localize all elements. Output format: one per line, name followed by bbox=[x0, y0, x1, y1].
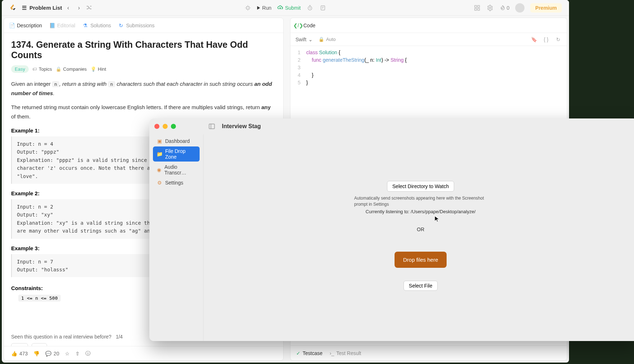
thumbs-up-icon: 👍 bbox=[11, 351, 17, 356]
drop-files-button[interactable]: Drop files here bbox=[395, 252, 447, 268]
bulb-icon: 💡 bbox=[90, 66, 96, 72]
gear-icon: ⚙ bbox=[157, 180, 162, 186]
code-text: (_ n: bbox=[364, 57, 376, 63]
streak-value: 0 bbox=[507, 5, 509, 11]
interview-question-text: Seen this question in a real interview b… bbox=[11, 334, 111, 340]
window-title: Interview Stag bbox=[222, 123, 261, 130]
shuffle-icon[interactable] bbox=[86, 4, 93, 11]
layout-icon[interactable] bbox=[474, 4, 481, 11]
run-label: Run bbox=[262, 5, 271, 11]
problem-list-button[interactable]: ☰ Problem List bbox=[22, 5, 62, 11]
yes-button[interactable]: Yes bbox=[11, 343, 28, 346]
or-divider: OR bbox=[417, 227, 424, 232]
select-file-button[interactable]: Select File bbox=[404, 281, 438, 291]
sidebar-item-label: Dashboard bbox=[165, 138, 190, 144]
avatar[interactable] bbox=[515, 3, 525, 13]
left-panel-tabs: 📄 Description 📘 Editorial ⚗ Solutions ↻ … bbox=[4, 18, 283, 33]
text-bold: any bbox=[261, 104, 271, 110]
sidebar-item-filedrop[interactable]: 📁 File Drop Zone bbox=[153, 146, 200, 162]
prev-arrow-icon[interactable]: ‹ bbox=[65, 5, 71, 11]
book-icon: 📘 bbox=[49, 23, 55, 28]
text: , return a string with bbox=[59, 81, 108, 87]
code-line: func generateTheString(_ n: Int) -> Stri… bbox=[306, 56, 563, 64]
leetcode-logo-icon[interactable] bbox=[9, 4, 17, 12]
submit-label: Submit bbox=[285, 5, 301, 11]
line-number: 5 bbox=[290, 79, 300, 87]
tab-testcase[interactable]: ✓ Testcase bbox=[296, 350, 322, 356]
svg-point-0 bbox=[247, 6, 250, 9]
info-icon: ⓘ bbox=[85, 350, 90, 357]
notes-icon[interactable] bbox=[320, 4, 327, 11]
language-selector[interactable]: Swift ⌄ bbox=[295, 37, 313, 42]
sidebar-item-label: Settings bbox=[165, 180, 183, 186]
top-bar: ☰ Problem List ‹ › Run Submit bbox=[2, 0, 569, 16]
tab-code[interactable]: ❮/❯ Code bbox=[295, 23, 315, 28]
next-arrow-icon[interactable]: › bbox=[76, 5, 82, 11]
close-icon[interactable] bbox=[154, 124, 159, 129]
tab-solutions[interactable]: ⚗ Solutions bbox=[83, 23, 111, 28]
feedback-button[interactable]: ⓘ bbox=[85, 350, 90, 357]
select-directory-button[interactable]: Select Directory to Watch bbox=[387, 181, 454, 192]
streak-counter[interactable]: 0 bbox=[499, 5, 509, 11]
favorite-button[interactable]: ☆ bbox=[65, 351, 70, 356]
sidebar-item-settings[interactable]: ⚙ Settings bbox=[153, 178, 200, 187]
tab-label: Submissions bbox=[126, 23, 154, 28]
hint-text: Automatically send screenshots appearing… bbox=[354, 195, 487, 207]
class-name: Solution bbox=[319, 50, 337, 55]
type: Int bbox=[376, 57, 382, 63]
reset-icon[interactable]: ↻ bbox=[555, 36, 562, 43]
audio-icon: ◉ bbox=[157, 167, 162, 173]
bottom-actions-bar: 👍473 👎 💬20 ☆ ⇧ ⓘ bbox=[4, 346, 283, 360]
play-icon bbox=[257, 6, 260, 10]
svg-rect-5 bbox=[475, 8, 477, 10]
nav-arrows: ‹ › bbox=[65, 5, 82, 11]
hint-meta-button[interactable]: 💡Hint bbox=[90, 66, 106, 72]
tab-submissions[interactable]: ↻ Submissions bbox=[118, 23, 154, 28]
check-icon: ✓ bbox=[296, 350, 300, 356]
companies-meta-button[interactable]: 🔒Companies bbox=[56, 66, 87, 72]
run-button[interactable]: Run bbox=[257, 5, 271, 11]
func-name: generateTheString bbox=[323, 57, 364, 63]
svg-rect-3 bbox=[475, 5, 477, 7]
submit-button[interactable]: Submit bbox=[277, 5, 301, 11]
minimize-icon[interactable] bbox=[163, 124, 168, 129]
sidebar-item-audio[interactable]: ◉ Audio Transcr… bbox=[153, 162, 200, 177]
folder-icon: 📁 bbox=[157, 151, 162, 157]
traffic-lights bbox=[154, 124, 176, 129]
tab-label: Description bbox=[17, 23, 42, 28]
text: of them. bbox=[11, 113, 31, 120]
keyword: func bbox=[312, 57, 321, 63]
title-bar: Interview Stag bbox=[149, 118, 634, 134]
settings-icon[interactable] bbox=[486, 4, 494, 11]
comments-button[interactable]: 💬20 bbox=[45, 351, 59, 356]
premium-button[interactable]: Premium bbox=[530, 3, 562, 13]
text: Given an integer bbox=[11, 81, 52, 87]
tab-test-result[interactable]: ›_ Test Result bbox=[330, 350, 361, 356]
bookmark-icon[interactable]: 🔖 bbox=[530, 36, 537, 43]
language-label: Swift bbox=[295, 37, 306, 42]
line-number: 2 bbox=[290, 56, 300, 64]
code-icon: ❮/❯ bbox=[295, 23, 301, 28]
like-button[interactable]: 👍473 bbox=[11, 351, 28, 356]
share-button[interactable]: ⇧ bbox=[75, 351, 80, 356]
meta-row: Easy 🏷Topics 🔒Companies 💡Hint bbox=[11, 65, 276, 73]
topics-meta-button[interactable]: 🏷Topics bbox=[32, 66, 52, 72]
code-text: { bbox=[404, 57, 407, 63]
cloud-upload-icon bbox=[277, 5, 283, 11]
maximize-icon[interactable] bbox=[171, 124, 176, 129]
timer-icon[interactable] bbox=[307, 4, 314, 11]
dislike-button[interactable]: 👎 bbox=[33, 351, 39, 356]
constraint-item: 1 <= n <= 500 bbox=[18, 295, 61, 302]
format-icon[interactable]: { } bbox=[542, 36, 550, 43]
code-text bbox=[306, 57, 312, 63]
no-button[interactable]: No bbox=[32, 343, 47, 346]
tab-editorial[interactable]: 📘 Editorial bbox=[49, 23, 75, 28]
sidebar-toggle-icon[interactable] bbox=[208, 123, 215, 130]
code-line bbox=[306, 64, 563, 71]
tab-description[interactable]: 📄 Description bbox=[9, 23, 42, 28]
svg-rect-8 bbox=[209, 124, 215, 129]
sidebar-item-dashboard[interactable]: ▣ Dashboard bbox=[153, 136, 200, 146]
auto-complete-toggle[interactable]: 🔒 Auto bbox=[318, 37, 336, 42]
interview-stag-window: Interview Stag ▣ Dashboard 📁 File Drop Z… bbox=[149, 118, 634, 341]
debug-icon[interactable] bbox=[244, 4, 251, 11]
